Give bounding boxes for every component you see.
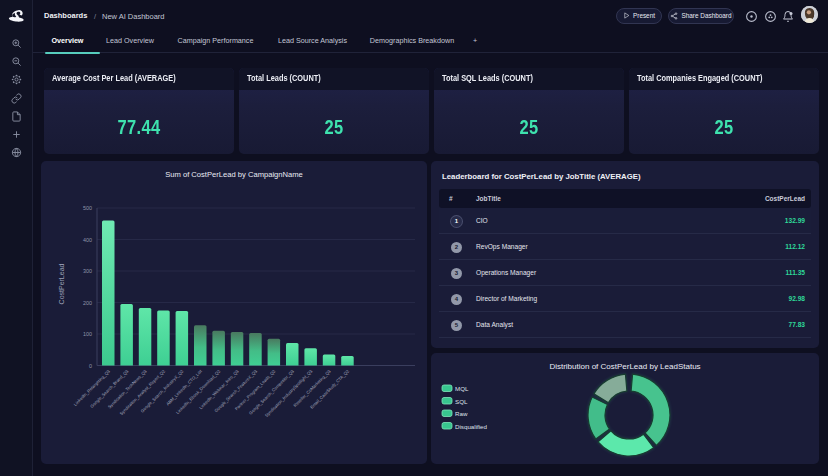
svg-text:LinkedIn_Retargeting_Q3: LinkedIn_Retargeting_Q3 [73,368,112,407]
svg-text:Email_CaseStudy_CTA_Q2: Email_CaseStudy_CTA_Q2 [309,368,350,409]
svg-text:CostPerLead: CostPerLead [58,263,65,304]
svg-text:Sum of CostPerLead by Campaign: Sum of CostPerLead by CampaignName [165,170,303,179]
svg-text:400: 400 [83,237,92,243]
svg-text:ABM_LinkedIn_CTO_List: ABM_LinkedIn_CTO_List [165,368,203,406]
svg-text:Disqualified: Disqualified [455,423,488,430]
svg-text:200: 200 [83,300,92,306]
svg-text:SQL: SQL [455,398,468,405]
svg-text:MQL: MQL [455,385,469,392]
svg-text:300: 300 [83,268,92,274]
svg-text:100: 100 [83,331,92,337]
svg-text:0: 0 [89,363,92,369]
svg-text:Distribution of CostPerLead by: Distribution of CostPerLead by LeadStatu… [549,362,700,371]
svg-text:500: 500 [83,205,92,211]
svg-text:Raw: Raw [455,410,468,417]
